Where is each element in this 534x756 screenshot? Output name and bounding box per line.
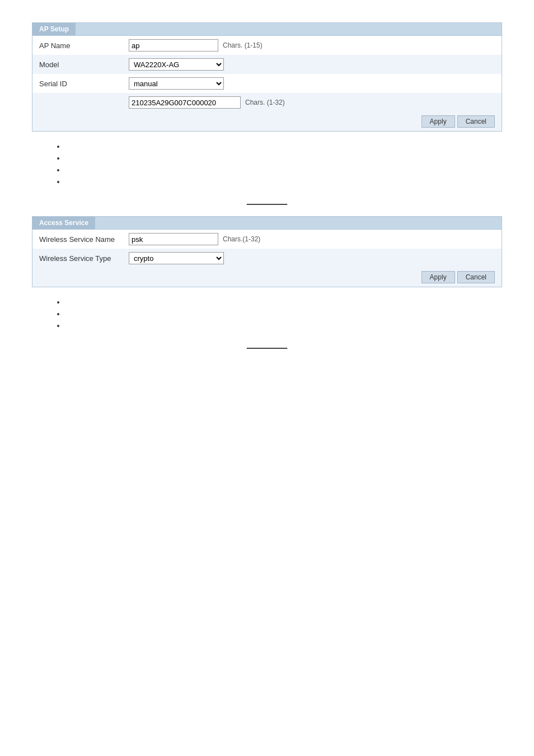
ap-setup-header-bar: AP Setup <box>32 23 502 36</box>
serial-value-hint: Chars. (1-32) <box>245 99 285 106</box>
access-service-button-cell: Apply Cancel <box>122 268 502 287</box>
access-service-panel: Access Service Wireless Service Name psk… <box>32 216 502 287</box>
ap-bullet-2 <box>65 152 502 164</box>
serial-value-label-empty <box>32 93 122 112</box>
serial-value-row: 210235A29G007C000020 Chars. (1-32) <box>32 93 502 112</box>
ap-name-input[interactable]: ap <box>129 39 218 52</box>
wsn-cell: psk Chars.(1-32) <box>122 230 502 249</box>
access-service-title: Access Service <box>32 217 95 229</box>
access-service-bullets <box>54 296 502 332</box>
access-service-button-label-cell <box>32 268 122 287</box>
serial-value-cell: 210235A29G007C000020 Chars. (1-32) <box>122 93 502 112</box>
wst-cell: crypto open wpa wpa2 <box>122 249 502 268</box>
ap-name-label: AP Name <box>32 36 122 55</box>
serial-id-row: Serial ID manual auto <box>32 74 502 93</box>
ap-setup-bullets <box>54 141 502 188</box>
serial-id-select[interactable]: manual auto <box>129 77 224 90</box>
ap-bullet-4 <box>65 176 502 188</box>
wst-row: Wireless Service Type crypto open wpa wp… <box>32 249 502 268</box>
ap-setup-button-row: Apply Cancel <box>32 112 502 131</box>
wsn-hint: Chars.(1-32) <box>223 235 260 243</box>
ap-setup-link-line: __________ <box>32 197 502 205</box>
model-label: Model <box>32 55 122 74</box>
wireless-service-type-select[interactable]: crypto open wpa wpa2 <box>129 252 224 264</box>
ap-bullet-1 <box>65 141 502 152</box>
wsn-label: Wireless Service Name <box>32 230 122 249</box>
access-service-link-line: __________ <box>32 340 502 349</box>
ap-setup-button-cell: Apply Cancel <box>122 112 502 131</box>
model-select[interactable]: WA2220X-AG WA2110X-AG WA2220X-A <box>129 58 224 71</box>
ap-name-row: AP Name ap Chars. (1-15) <box>32 36 502 55</box>
model-cell: WA2220X-AG WA2110X-AG WA2220X-A <box>122 55 502 74</box>
ap-name-cell: ap Chars. (1-15) <box>122 36 502 55</box>
serial-id-label: Serial ID <box>32 74 122 93</box>
access-service-link[interactable]: __________ <box>247 340 287 349</box>
wireless-service-name-input[interactable]: psk <box>129 233 218 245</box>
ap-name-hint: Chars. (1-15) <box>223 41 263 49</box>
ap-setup-title: AP Setup <box>32 23 76 35</box>
ap-setup-link[interactable]: __________ <box>247 197 287 205</box>
wst-label: Wireless Service Type <box>32 249 122 268</box>
wsn-row: Wireless Service Name psk Chars.(1-32) <box>32 230 502 249</box>
page-container: AP Setup AP Name ap Chars. (1-15) Model <box>15 11 519 371</box>
model-row: Model WA2220X-AG WA2110X-AG WA2220X-A <box>32 55 502 74</box>
access-service-header-bar: Access Service <box>32 217 502 230</box>
access-service-button-row: Apply Cancel <box>32 268 502 287</box>
ap-setup-form: AP Name ap Chars. (1-15) Model WA2220X-A… <box>32 36 502 131</box>
ap-bullet-3 <box>65 164 502 176</box>
access-service-form: Wireless Service Name psk Chars.(1-32) W… <box>32 230 502 287</box>
ap-setup-cancel-button[interactable]: Cancel <box>457 115 495 128</box>
as-bullet-2 <box>65 308 502 320</box>
ap-setup-panel: AP Setup AP Name ap Chars. (1-15) Model <box>32 22 502 132</box>
serial-id-cell: manual auto <box>122 74 502 93</box>
ap-setup-apply-button[interactable]: Apply <box>421 115 455 128</box>
serial-value-input[interactable]: 210235A29G007C000020 <box>129 96 241 109</box>
as-bullet-1 <box>65 296 502 308</box>
as-bullet-3 <box>65 320 502 332</box>
access-service-cancel-button[interactable]: Cancel <box>457 271 495 283</box>
access-service-apply-button[interactable]: Apply <box>421 271 455 283</box>
ap-setup-button-label-cell <box>32 112 122 131</box>
